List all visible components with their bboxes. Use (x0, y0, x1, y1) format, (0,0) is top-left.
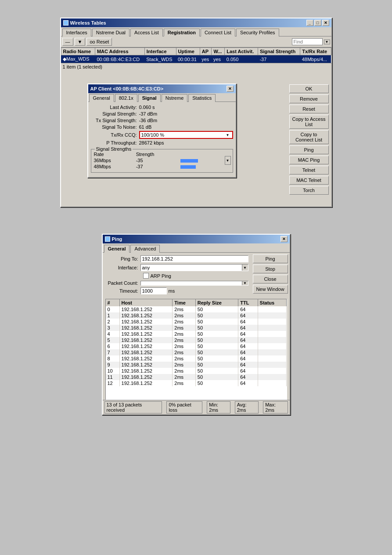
ping-cell-num: 10 (106, 368, 120, 374)
col-num[interactable]: # (106, 299, 120, 306)
p-throughput-value: 28672 kbps (139, 140, 164, 145)
ping-action-button[interactable]: Ping (253, 254, 288, 263)
cell-interface: Stack_WDS (144, 55, 176, 63)
cell-signal: -37 (258, 55, 300, 63)
signal-strength-0: -35 (135, 157, 180, 163)
close-ping-button[interactable]: Close (253, 275, 288, 283)
ping-button[interactable]: Ping (289, 145, 329, 154)
tab-general[interactable]: General (89, 94, 114, 102)
telnet-button[interactable]: Telnet (289, 166, 329, 174)
torch-button[interactable]: Torch (289, 186, 329, 195)
ok-button[interactable]: OK (289, 84, 329, 93)
wireless-tables-icon (63, 20, 68, 25)
col-reply-size[interactable]: Reply Size (195, 299, 238, 306)
ping-cell-status (258, 325, 286, 331)
mac-ping-button[interactable]: MAC Ping (289, 156, 329, 164)
ping-cell-host: 192.168.1.252 (119, 368, 173, 374)
minimize-button[interactable]: _ (306, 20, 313, 26)
ping-cell-host: 192.168.1.252 (119, 343, 173, 349)
tab-security-profiles[interactable]: Security Profiles (236, 29, 279, 36)
p-throughput-label: P Throughput: (91, 140, 139, 145)
tab-ping-general[interactable]: General (104, 245, 130, 253)
ap-close-button[interactable]: ✕ (227, 86, 234, 92)
tab-nstreme-dual[interactable]: Nstreme Dual (92, 29, 129, 36)
ping-to-input[interactable] (140, 255, 248, 262)
minus-button[interactable]: — (62, 38, 73, 46)
table-row[interactable]: ◆Max_WDS 00:0B:6B:4C:E3:CD Stack_WDS 00:… (61, 55, 331, 63)
signal-col-strength: Strength (135, 151, 180, 157)
col-time[interactable]: Time (173, 299, 195, 306)
find-dropdown-button[interactable]: ▼ (324, 40, 330, 44)
arp-ping-checkbox[interactable] (143, 273, 149, 279)
ping-result-row: 12192.168.1.2522ms5064 (106, 380, 287, 386)
find-input[interactable] (292, 38, 323, 45)
ping-title: Ping (112, 236, 122, 242)
ping-statusbar: 13 of 13 packets received 0% packet loss… (103, 400, 290, 414)
ping-cell-ttl: 64 (238, 374, 258, 380)
close-button[interactable]: ✕ (322, 20, 329, 26)
col-header-radio-name[interactable]: Radio Name (61, 48, 95, 55)
col-header-interface[interactable]: Interface (144, 48, 176, 55)
ap-client-content: Last Activity: 0.060 s Signal Strength: … (88, 102, 236, 177)
col-header-last-activ[interactable]: Last Activit. (225, 48, 258, 55)
ping-cell-time: 2ms (173, 374, 195, 380)
tx-rx-ccq-input[interactable]: 100/100 % ▼ (139, 131, 233, 139)
tab-registration[interactable]: Registration (164, 29, 200, 36)
last-activity-label: Last Activity: (91, 105, 139, 110)
interface-select-arrow[interactable]: ▼ (242, 265, 248, 271)
ping-cell-status (258, 337, 286, 343)
ping-result-row: 9192.168.1.2522ms5064 (106, 362, 287, 368)
signal-strength-label: Signal Strength: (91, 111, 139, 116)
registration-table-wrapper: Radio Name MAC Address Interface Uptime … (61, 47, 331, 63)
tab-802-1x[interactable]: 802.1x (115, 94, 137, 102)
ping-close-button[interactable]: ✕ (281, 236, 288, 242)
col-ttl[interactable]: TTL (238, 299, 258, 306)
filter-button[interactable]: ▼ (75, 38, 86, 46)
copy-connect-list-button[interactable]: Copy to Connect List (289, 130, 329, 144)
reset-button[interactable]: oo Reset (86, 38, 112, 46)
col-header-txrx[interactable]: Tx/Rx Rate (300, 48, 331, 55)
ccq-dropdown-arrow[interactable]: ▼ (225, 133, 231, 137)
remove-button[interactable]: Remove (289, 94, 329, 103)
tab-ping-advanced[interactable]: Advanced (130, 245, 160, 253)
ping-cell-status (258, 343, 286, 349)
tab-nstreme[interactable]: Nstreme (162, 94, 188, 102)
copy-access-list-button[interactable]: Copy to Access List (289, 115, 329, 129)
ping-cell-num: 4 (106, 331, 120, 337)
col-header-w[interactable]: W... (212, 48, 225, 55)
col-header-uptime[interactable]: Uptime (176, 48, 200, 55)
new-window-button[interactable]: New Window (253, 285, 288, 294)
ping-cell-status (258, 362, 286, 368)
interface-select-value: any (141, 265, 242, 271)
col-header-mac[interactable]: MAC Address (95, 48, 144, 55)
col-header-signal[interactable]: Signal Strength (258, 48, 300, 55)
ping-cell-reply_size: 50 (195, 337, 238, 343)
packet-count-select[interactable]: ▼ (140, 281, 248, 286)
ap-client-title: AP Client <00:0B:6B:4C:E3:CD> (90, 86, 164, 91)
tab-statistics[interactable]: Statistics (188, 94, 216, 102)
signal-strength-1: -37 (135, 163, 180, 170)
tab-interfaces[interactable]: Interfaces (62, 29, 91, 36)
tab-access-list[interactable]: Access List (130, 29, 163, 36)
ping-right-buttons: Ping Stop Close New Window (251, 253, 290, 299)
stop-button[interactable]: Stop (253, 265, 288, 273)
reset-button-ap[interactable]: Reset (289, 105, 329, 113)
tab-connect-list[interactable]: Connect List (201, 29, 235, 36)
tab-signal[interactable]: Signal (138, 94, 161, 102)
ping-cell-time: 2ms (173, 331, 195, 337)
ping-cell-num: 0 (106, 306, 120, 312)
col-header-ap[interactable]: AP (200, 48, 212, 55)
signal-dropdown-arrow[interactable]: ▼ (225, 156, 231, 165)
signal-strengths-group: Signal Strengths Rate Strength (91, 149, 233, 173)
interface-select[interactable]: any ▼ (140, 264, 248, 271)
packet-count-arrow[interactable]: ▼ (242, 281, 248, 285)
last-activity-value: 0.060 s (139, 105, 155, 110)
col-host[interactable]: Host (119, 299, 173, 306)
col-status[interactable]: Status (258, 299, 286, 306)
ping-cell-time: 2ms (173, 343, 195, 349)
mac-telnet-button[interactable]: MAC Telnet (289, 176, 329, 185)
ping-result-row: 4192.168.1.2522ms5064 (106, 331, 287, 337)
signal-strengths-table: Rate Strength 36Mbps (93, 151, 223, 170)
maximize-button[interactable]: □ (314, 20, 321, 26)
timeout-input[interactable] (140, 287, 167, 294)
